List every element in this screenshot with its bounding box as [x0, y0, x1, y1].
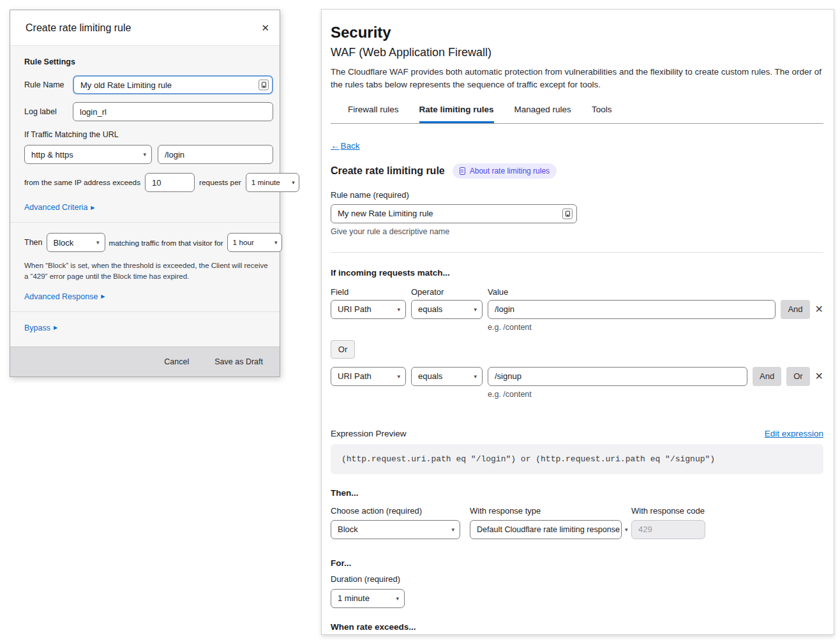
response-type-label: With response type [470, 506, 622, 516]
advanced-response-link[interactable]: Advanced Response ▶ [24, 292, 105, 301]
dialog-body: Rule Settings Rule Name Log label If Tra… [10, 46, 280, 335]
chevron-down-icon: ▾ [397, 306, 400, 313]
chevron-down-icon: ▾ [625, 526, 628, 533]
autofill-icon[interactable] [562, 208, 573, 219]
match-row: URI Path ▾ equals ▾ And Or ✕ [331, 367, 823, 386]
field-column-label: Field [331, 287, 411, 297]
value-input[interactable] [488, 300, 776, 319]
caret-right-icon: ▶ [91, 205, 94, 211]
chevron-down-icon: ▾ [96, 239, 100, 246]
expression-preview-label: Expression Preview [331, 429, 407, 438]
operator-select[interactable]: equals ▾ [411, 367, 483, 386]
value-column-label: Value [488, 287, 508, 297]
field-select[interactable]: URI Path ▾ [331, 367, 406, 386]
url-pattern-input[interactable] [158, 145, 273, 164]
advanced-criteria-link[interactable]: Advanced Criteria ▶ [24, 203, 95, 212]
autofill-icon[interactable] [259, 80, 269, 91]
value-input[interactable] [488, 367, 747, 386]
doc-icon [460, 167, 465, 175]
operator-column-label: Operator [411, 287, 488, 297]
or-button[interactable]: Or [331, 340, 355, 359]
chevron-down-icon: ▾ [451, 526, 454, 533]
arrow-left-icon: ← [331, 141, 340, 151]
threshold-prefix-text: from the same IP address exceeds [24, 178, 140, 187]
block-duration-select[interactable]: 1 hour ▾ [227, 233, 282, 252]
threshold-suffix-text: requests per [199, 178, 241, 187]
create-rate-limiting-rule-dialog: Create rate limiting rule ✕ Rule Setting… [10, 10, 280, 377]
close-icon[interactable]: ✕ [261, 22, 269, 34]
choose-action-select[interactable]: Block ▾ [331, 520, 460, 539]
value-hint: e.g. /content [488, 390, 823, 399]
response-code-input [631, 520, 705, 539]
then-label: Then [24, 238, 43, 247]
and-button[interactable]: And [753, 367, 781, 386]
edit-expression-link[interactable]: Edit expression [765, 429, 823, 438]
traffic-matching-label: If Traffic Matching the URL [24, 130, 273, 139]
cancel-button[interactable]: Cancel [164, 357, 189, 366]
chevron-down-icon: ▾ [274, 239, 278, 246]
bypass-link[interactable]: Bypass ▶ [24, 324, 57, 332]
page-subtitle: WAF (Web Application Firewall) [331, 46, 823, 59]
dialog-footer: Cancel Save as Draft [10, 346, 280, 376]
chevron-down-icon: ▾ [474, 373, 477, 380]
caret-right-icon: ▶ [54, 325, 57, 331]
rule-settings-heading: Rule Settings [24, 57, 273, 66]
tab-tools[interactable]: Tools [592, 102, 612, 123]
action-select[interactable]: Block ▾ [47, 233, 105, 252]
tab-rate-limiting-rules[interactable]: Rate limiting rules [419, 102, 494, 123]
remove-condition-icon[interactable]: ✕ [815, 371, 823, 382]
response-code-label: With response code [631, 506, 705, 516]
chevron-down-icon: ▾ [396, 595, 399, 602]
chevron-down-icon: ▾ [474, 306, 477, 313]
save-as-draft-button[interactable]: Save as Draft [214, 357, 263, 366]
match-row: URI Path ▾ equals ▾ And ✕ [331, 300, 823, 319]
chevron-down-icon: ▾ [397, 373, 400, 380]
chevron-down-icon: ▾ [143, 151, 146, 158]
dialog-title: Create rate limiting rule [26, 22, 131, 34]
for-section-heading: For... [331, 558, 823, 568]
match-section-heading: If incoming requests match... [331, 268, 823, 278]
divider [10, 311, 280, 312]
create-rule-heading: Create rate limiting rule [331, 165, 445, 177]
field-select[interactable]: URI Path ▾ [331, 300, 406, 319]
or-button[interactable]: Or [786, 367, 809, 386]
dialog-header: Create rate limiting rule ✕ [10, 10, 280, 46]
tabs-bar: Firewall rules Rate limiting rules Manag… [331, 102, 823, 124]
rate-section-heading: When rate exceeds... [331, 622, 823, 632]
log-label-input[interactable] [73, 102, 273, 121]
about-rate-limiting-rules-badge[interactable]: About rate limiting rules [453, 163, 557, 179]
period-select[interactable]: 1 minute ▾ [246, 173, 299, 192]
divider [10, 222, 280, 223]
block-note-text: When “Block” is set, when the threshold … [24, 260, 273, 283]
tab-firewall-rules[interactable]: Firewall rules [348, 102, 399, 123]
page-title: Security [331, 24, 823, 41]
duration-label: Duration (required) [331, 574, 823, 584]
duration-select[interactable]: 1 minute ▾ [331, 589, 405, 608]
rule-name-input[interactable] [73, 75, 273, 94]
response-type-select[interactable]: Default Cloudflare rate limiting respons… [470, 520, 622, 539]
requests-count-input[interactable] [145, 173, 195, 192]
tab-managed-rules[interactable]: Managed rules [514, 102, 571, 123]
rule-name-label: Rule name (required) [331, 190, 823, 200]
page-description: The Cloudflare WAF provides both automat… [331, 66, 823, 92]
operator-select[interactable]: equals ▾ [411, 300, 483, 319]
scheme-select[interactable]: http & https ▾ [24, 145, 152, 164]
expression-preview-code: (http.request.uri.path eq "/login") or (… [331, 444, 823, 474]
choose-action-label: Choose action (required) [331, 506, 460, 516]
chevron-down-icon: ▾ [292, 179, 295, 186]
then-middle-text: matching traffic from that visitor for [109, 239, 223, 247]
rule-name-input[interactable] [331, 204, 577, 223]
value-hint: e.g. /content [488, 323, 823, 332]
back-link[interactable]: ← Back [331, 141, 360, 151]
and-button[interactable]: And [781, 300, 809, 319]
rule-name-label: Rule Name [24, 80, 73, 89]
rule-name-helper: Give your rule a descriptive name [331, 227, 823, 236]
divider [331, 252, 823, 253]
then-section-heading: Then... [331, 488, 823, 498]
remove-condition-icon[interactable]: ✕ [815, 304, 823, 315]
caret-right-icon: ▶ [101, 294, 105, 299]
log-label-label: Log label [24, 107, 73, 116]
security-waf-panel: Security WAF (Web Application Firewall) … [321, 9, 834, 635]
